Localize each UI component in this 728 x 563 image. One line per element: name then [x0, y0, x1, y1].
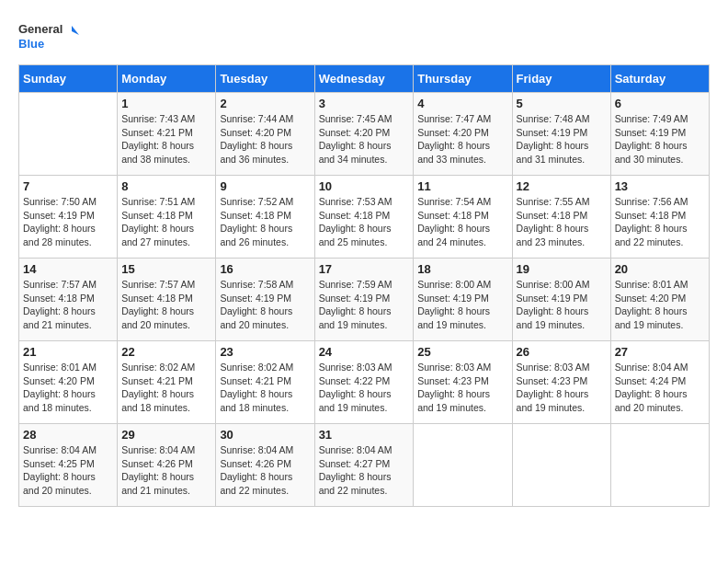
day-info: Sunrise: 8:02 AMSunset: 4:21 PMDaylight:… — [121, 361, 211, 415]
day-info: Sunrise: 8:02 AMSunset: 4:21 PMDaylight:… — [220, 361, 310, 415]
day-number: 31 — [319, 428, 410, 442]
day-info: Sunrise: 7:55 AMSunset: 4:18 PMDaylight:… — [517, 195, 607, 249]
page-header: General Blue — [18, 18, 710, 55]
day-number: 9 — [220, 179, 310, 193]
calendar-cell: 4Sunrise: 7:47 AMSunset: 4:20 PMDaylight… — [414, 93, 512, 176]
day-number: 20 — [615, 262, 705, 276]
day-info: Sunrise: 7:47 AMSunset: 4:20 PMDaylight:… — [417, 112, 507, 167]
calendar-cell: 9Sunrise: 7:52 AMSunset: 4:18 PMDaylight… — [216, 176, 314, 259]
day-info: Sunrise: 7:45 AMSunset: 4:20 PMDaylight:… — [319, 112, 410, 167]
calendar-cell: 24Sunrise: 8:03 AMSunset: 4:22 PMDayligh… — [314, 341, 414, 424]
day-info: Sunrise: 7:58 AMSunset: 4:19 PMDaylight:… — [220, 278, 310, 332]
calendar-cell — [414, 424, 512, 507]
calendar-cell: 13Sunrise: 7:56 AMSunset: 4:18 PMDayligh… — [610, 176, 709, 259]
day-number: 23 — [220, 345, 310, 359]
day-number: 19 — [517, 262, 607, 276]
calendar-cell: 8Sunrise: 7:51 AMSunset: 4:18 PMDaylight… — [118, 176, 216, 259]
day-number: 6 — [615, 97, 705, 110]
calendar-cell: 29Sunrise: 8:04 AMSunset: 4:26 PMDayligh… — [118, 424, 216, 507]
col-header-wednesday: Wednesday — [314, 65, 414, 93]
day-info: Sunrise: 7:57 AMSunset: 4:18 PMDaylight:… — [23, 278, 113, 332]
day-info: Sunrise: 7:54 AMSunset: 4:18 PMDaylight:… — [417, 195, 507, 249]
day-info: Sunrise: 8:04 AMSunset: 4:24 PMDaylight:… — [615, 361, 705, 415]
svg-text:General: General — [18, 22, 63, 36]
day-info: Sunrise: 7:59 AMSunset: 4:19 PMDaylight:… — [319, 278, 410, 332]
calendar-cell — [512, 424, 610, 507]
calendar-cell: 17Sunrise: 7:59 AMSunset: 4:19 PMDayligh… — [314, 259, 414, 341]
day-number: 24 — [319, 345, 410, 359]
day-info: Sunrise: 8:04 AMSunset: 4:26 PMDaylight:… — [121, 443, 211, 498]
calendar-cell: 21Sunrise: 8:01 AMSunset: 4:20 PMDayligh… — [19, 341, 118, 424]
day-info: Sunrise: 8:04 AMSunset: 4:27 PMDaylight:… — [319, 443, 410, 498]
day-info: Sunrise: 7:49 AMSunset: 4:19 PMDaylight:… — [615, 112, 705, 167]
logo: General Blue — [18, 18, 83, 55]
svg-text:Blue: Blue — [18, 37, 44, 51]
calendar-cell: 20Sunrise: 8:01 AMSunset: 4:20 PMDayligh… — [610, 259, 709, 341]
day-number: 15 — [121, 262, 211, 276]
calendar-cell: 25Sunrise: 8:03 AMSunset: 4:23 PMDayligh… — [414, 341, 512, 424]
calendar-cell: 23Sunrise: 8:02 AMSunset: 4:21 PMDayligh… — [216, 341, 314, 424]
calendar-cell: 18Sunrise: 8:00 AMSunset: 4:19 PMDayligh… — [414, 259, 512, 341]
col-header-tuesday: Tuesday — [216, 65, 314, 93]
day-number: 10 — [319, 179, 410, 193]
day-info: Sunrise: 8:03 AMSunset: 4:23 PMDaylight:… — [417, 361, 507, 415]
day-info: Sunrise: 8:00 AMSunset: 4:19 PMDaylight:… — [417, 278, 507, 332]
day-number: 14 — [23, 262, 113, 276]
calendar-cell: 16Sunrise: 7:58 AMSunset: 4:19 PMDayligh… — [216, 259, 314, 341]
day-info: Sunrise: 8:03 AMSunset: 4:22 PMDaylight:… — [319, 361, 410, 415]
col-header-saturday: Saturday — [610, 65, 709, 93]
calendar-cell: 12Sunrise: 7:55 AMSunset: 4:18 PMDayligh… — [512, 176, 610, 259]
day-number: 17 — [319, 262, 410, 276]
calendar-cell: 27Sunrise: 8:04 AMSunset: 4:24 PMDayligh… — [610, 341, 709, 424]
calendar-week-row: 14Sunrise: 7:57 AMSunset: 4:18 PMDayligh… — [19, 259, 710, 341]
day-info: Sunrise: 7:48 AMSunset: 4:19 PMDaylight:… — [517, 112, 607, 167]
day-info: Sunrise: 7:44 AMSunset: 4:20 PMDaylight:… — [220, 112, 310, 167]
day-info: Sunrise: 8:04 AMSunset: 4:25 PMDaylight:… — [23, 443, 113, 498]
day-info: Sunrise: 8:00 AMSunset: 4:19 PMDaylight:… — [517, 278, 607, 332]
calendar-header-row: SundayMondayTuesdayWednesdayThursdayFrid… — [19, 65, 710, 93]
day-number: 26 — [517, 345, 607, 359]
svg-marker-2 — [72, 26, 79, 35]
day-number: 21 — [23, 345, 113, 359]
day-info: Sunrise: 7:52 AMSunset: 4:18 PMDaylight:… — [220, 195, 310, 249]
calendar-cell: 22Sunrise: 8:02 AMSunset: 4:21 PMDayligh… — [118, 341, 216, 424]
day-number: 29 — [121, 428, 211, 442]
day-number: 27 — [615, 345, 705, 359]
day-number: 22 — [121, 345, 211, 359]
col-header-sunday: Sunday — [19, 65, 118, 93]
day-number: 7 — [23, 179, 113, 193]
day-number: 28 — [23, 428, 113, 442]
calendar-cell: 3Sunrise: 7:45 AMSunset: 4:20 PMDaylight… — [314, 93, 414, 176]
day-number: 25 — [417, 345, 507, 359]
day-number: 13 — [615, 179, 705, 193]
col-header-monday: Monday — [118, 65, 216, 93]
day-info: Sunrise: 7:57 AMSunset: 4:18 PMDaylight:… — [121, 278, 211, 332]
calendar-week-row: 21Sunrise: 8:01 AMSunset: 4:20 PMDayligh… — [19, 341, 710, 424]
calendar-week-row: 28Sunrise: 8:04 AMSunset: 4:25 PMDayligh… — [19, 424, 710, 507]
day-number: 11 — [417, 179, 507, 193]
calendar-cell: 2Sunrise: 7:44 AMSunset: 4:20 PMDaylight… — [216, 93, 314, 176]
calendar-cell: 15Sunrise: 7:57 AMSunset: 4:18 PMDayligh… — [118, 259, 216, 341]
day-number: 2 — [220, 97, 310, 110]
calendar-cell: 1Sunrise: 7:43 AMSunset: 4:21 PMDaylight… — [118, 93, 216, 176]
day-number: 16 — [220, 262, 310, 276]
calendar-cell: 14Sunrise: 7:57 AMSunset: 4:18 PMDayligh… — [19, 259, 118, 341]
calendar-cell: 26Sunrise: 8:03 AMSunset: 4:23 PMDayligh… — [512, 341, 610, 424]
calendar-cell: 7Sunrise: 7:50 AMSunset: 4:19 PMDaylight… — [19, 176, 118, 259]
day-number: 4 — [417, 97, 507, 110]
day-info: Sunrise: 8:04 AMSunset: 4:26 PMDaylight:… — [220, 443, 310, 498]
calendar-cell: 30Sunrise: 8:04 AMSunset: 4:26 PMDayligh… — [216, 424, 314, 507]
calendar-week-row: 1Sunrise: 7:43 AMSunset: 4:21 PMDaylight… — [19, 93, 710, 176]
calendar-cell: 28Sunrise: 8:04 AMSunset: 4:25 PMDayligh… — [19, 424, 118, 507]
calendar-cell: 6Sunrise: 7:49 AMSunset: 4:19 PMDaylight… — [610, 93, 709, 176]
calendar-cell: 19Sunrise: 8:00 AMSunset: 4:19 PMDayligh… — [512, 259, 610, 341]
col-header-thursday: Thursday — [414, 65, 512, 93]
calendar-cell — [610, 424, 709, 507]
day-number: 12 — [517, 179, 607, 193]
day-number: 3 — [319, 97, 410, 110]
col-header-friday: Friday — [512, 65, 610, 93]
day-number: 8 — [121, 179, 211, 193]
day-info: Sunrise: 7:50 AMSunset: 4:19 PMDaylight:… — [23, 195, 113, 249]
calendar-table: SundayMondayTuesdayWednesdayThursdayFrid… — [18, 64, 710, 507]
day-info: Sunrise: 7:51 AMSunset: 4:18 PMDaylight:… — [121, 195, 211, 249]
